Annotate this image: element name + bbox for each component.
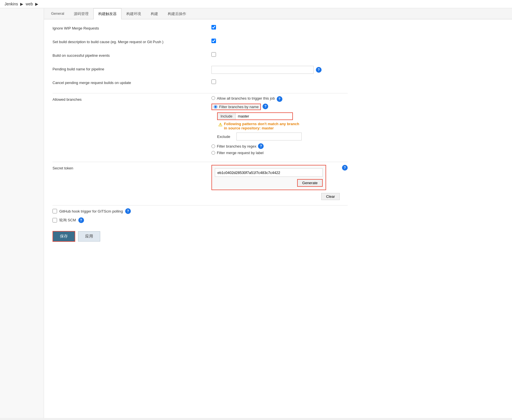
divider-1 [53,93,348,93]
secret-token-input[interactable] [215,168,323,177]
exclude-row: Exclude [217,133,348,140]
web-link[interactable]: web [26,2,33,6]
form-area: Ignore WIP Merge Requests Set build desc… [44,19,356,252]
filter-by-name-label: Filter branches by name [219,105,259,109]
clear-area: Clear [211,191,340,200]
allow-all-help-icon[interactable]: ? [277,96,282,102]
filter-by-name-box: Filter branches by name [211,104,261,110]
tab-post[interactable]: 构建后操作 [163,8,191,19]
allowed-branches-options: Allow all branches to trigger this job ?… [211,96,348,157]
allow-all-label: Allow all branches to trigger this job [217,96,275,100]
warning-message: Following patterns don't match any branc… [224,122,303,130]
filter-by-regex-radio[interactable] [211,144,215,148]
content-area: General 源码管理 构建触发器 构建环境 构建 构建后操作 Ignore … [44,8,512,418]
include-exclude-area: Include ⚠ Following patterns don't match… [217,112,348,140]
filter-by-merge-label: Filter merge request by label [217,151,264,155]
secret-token-help-icon[interactable]: ? [342,165,348,171]
secret-token-section: Secret token Generate Clear ? [53,165,348,200]
tab-build[interactable]: 构建 [146,8,163,19]
warning-text: ⚠ Following patterns don't match any bra… [218,122,303,130]
cancel-pending-control [211,79,348,84]
apply-button[interactable]: 应用 [78,231,100,242]
filter-by-regex-help-icon[interactable]: ? [258,143,264,149]
build-on-pipeline-label: Build on successful pipeline events [53,52,211,58]
poll-scm-label: 轮询 SCM [59,218,76,223]
ignore-wip-control [211,25,348,30]
include-label: Include [218,113,236,119]
github-hook-checkbox[interactable] [53,209,57,213]
include-input[interactable] [236,113,292,119]
save-button[interactable]: 保存 [53,231,75,242]
filter-by-merge-radio[interactable] [211,151,215,155]
allowed-branches-section: Allowed branches Allow all branches to t… [53,96,348,157]
tab-triggers[interactable]: 构建触发器 [93,8,121,19]
sidebar [0,8,44,418]
pending-build-label: Pending build name for pipeline [53,66,211,71]
secret-token-content: Generate Clear [211,165,340,200]
build-on-pipeline-row: Build on successful pipeline events [53,52,348,61]
github-hook-help-icon[interactable]: ? [125,208,131,214]
filter-by-regex-option: Filter branches by regex ? [211,143,348,149]
tab-general[interactable]: General [46,8,69,19]
set-build-desc-control [211,39,348,43]
footer-buttons: 保存 应用 [53,226,348,246]
cancel-pending-checkbox[interactable] [211,79,216,84]
ignore-wip-checkbox[interactable] [211,25,216,30]
secret-token-label: Secret token [53,165,211,170]
filter-by-name-option: Filter branches by name ? [211,104,348,110]
set-build-desc-checkbox[interactable] [211,39,216,43]
set-build-desc-label: Set build description to build cause (eg… [53,39,211,44]
separator-2: ▶ [35,2,38,6]
allowed-branches-label: Allowed branches [53,96,211,102]
filter-by-name-radio[interactable] [214,105,217,109]
allowed-branches-row: Allowed branches Allow all branches to t… [53,96,348,157]
pending-build-row: Pending build name for pipeline ? [53,66,348,74]
clear-button[interactable]: Clear [321,193,340,200]
build-on-pipeline-checkbox[interactable] [211,52,216,57]
tabs-bar: General 源码管理 构建触发器 构建环境 构建 构建后操作 [44,8,512,19]
include-row: Include [217,112,293,120]
poll-scm-help-icon[interactable]: ? [78,217,84,223]
github-hook-label: GitHub hook trigger for GITScm polling [59,209,123,213]
separator-1: ▶ [20,2,23,6]
allow-all-option: Allow all branches to trigger this job ? [211,96,348,102]
tab-environment[interactable]: 构建环境 [121,8,146,19]
ignore-wip-label: Ignore WIP Merge Requests [53,25,211,30]
filter-by-regex-label: Filter branches by regex [217,144,256,148]
exclude-label: Exclude [217,135,234,139]
generate-area: Generate [215,179,323,187]
ignore-wip-row: Ignore WIP Merge Requests [53,25,348,33]
allow-all-help-row: Allow all branches to trigger this job ? [211,96,282,102]
github-hook-row: GitHub hook trigger for GITScm polling ? [53,208,348,214]
build-on-pipeline-control [211,52,348,57]
secret-token-row: Secret token Generate Clear ? [53,165,348,200]
pending-build-control: ? [211,66,348,74]
filter-by-name-help-row: Filter branches by name ? [211,104,268,110]
secret-token-box: Generate [211,165,326,190]
include-area: Include ⚠ Following patterns don't match… [217,112,348,130]
filter-by-merge-option: Filter merge request by label [211,151,348,155]
main-layout: General 源码管理 构建触发器 构建环境 构建 构建后操作 Ignore … [0,8,512,418]
cancel-pending-label: Cancel pending merge request builds on u… [53,79,211,85]
filter-by-name-help-icon[interactable]: ? [263,104,268,109]
poll-scm-checkbox[interactable] [53,218,57,222]
set-build-desc-row: Set build description to build cause (eg… [53,39,348,47]
divider-2 [53,162,348,162]
cancel-pending-row: Cancel pending merge request builds on u… [53,79,348,88]
exclude-input[interactable] [236,133,302,140]
allow-all-radio[interactable] [211,96,215,100]
pending-build-input[interactable] [211,66,314,74]
poll-scm-row: 轮询 SCM ? [53,217,348,223]
tab-source[interactable]: 源码管理 [69,8,93,19]
jenkins-link[interactable]: Jenkins [5,2,18,6]
warning-icon: ⚠ [218,122,222,127]
generate-button[interactable]: Generate [297,179,323,187]
divider-3 [53,205,348,205]
pending-build-help-icon[interactable]: ? [316,67,322,73]
topbar: Jenkins ▶ web ▶ [0,0,512,8]
